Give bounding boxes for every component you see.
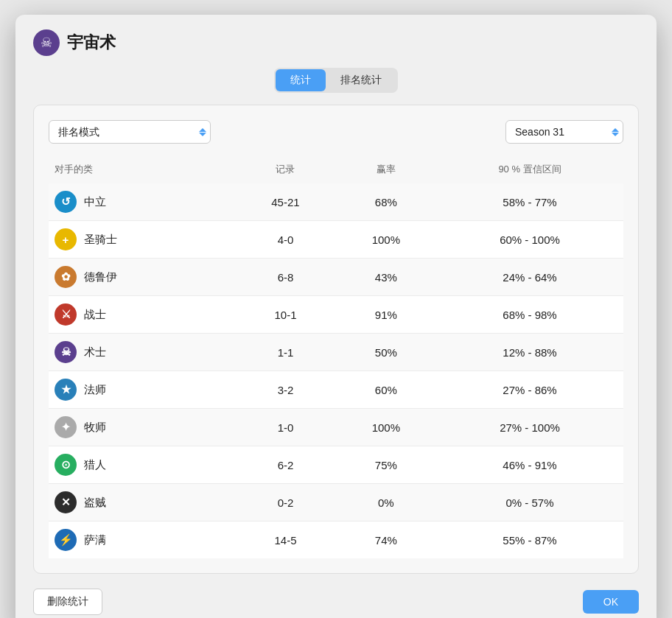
record-cell-7: 6-2: [235, 446, 335, 483]
tab-ranked-stats[interactable]: 排名统计: [326, 69, 396, 91]
class-name-0: 中立: [84, 195, 106, 209]
class-icon-0: ↺: [55, 191, 77, 213]
record-cell-2: 6-8: [235, 258, 335, 295]
class-icon-5: ★: [55, 379, 77, 401]
class-cell-1: + 圣骑士: [49, 220, 235, 258]
main-window: ☠ 宇宙术 统计 排名统计 排名模式 Season 31: [15, 15, 657, 618]
winrate-cell-6: 100%: [336, 408, 436, 446]
class-cell-9: ⚡ 萨满: [49, 521, 235, 558]
table-row: ⊙ 猎人 6-2 75% 46% - 91%: [49, 446, 623, 483]
title-bar: ☠ 宇宙术: [33, 29, 639, 56]
class-cell-5: ★ 法师: [49, 371, 235, 408]
class-name-4: 术士: [84, 345, 106, 359]
table-row: ↺ 中立 45-21 68% 58% - 77%: [49, 183, 623, 220]
record-cell-4: 1-1: [235, 333, 335, 371]
class-icon-7: ⊙: [55, 454, 77, 476]
class-cell-8: ✕ 盗贼: [49, 483, 235, 521]
record-cell-3: 10-1: [235, 295, 335, 333]
table-row: ✕ 盗贼 0-2 0% 0% - 57%: [49, 483, 623, 521]
confidence-cell-8: 0% - 57%: [436, 483, 623, 521]
class-cell-3: ⚔ 战士: [49, 295, 235, 333]
class-icon-9: ⚡: [55, 529, 77, 551]
class-name-2: 德鲁伊: [84, 270, 117, 284]
tab-stats[interactable]: 统计: [276, 69, 326, 91]
class-name-6: 牧师: [84, 421, 106, 435]
table-row: + 圣骑士 4-0 100% 60% - 100%: [49, 220, 623, 258]
class-icon-6: ✦: [55, 416, 77, 438]
mode-select[interactable]: 排名模式: [49, 120, 211, 144]
page-title: 宇宙术: [67, 32, 116, 54]
confidence-cell-2: 24% - 64%: [436, 258, 623, 295]
table-header-row: 对手的类 记录 赢率 90 % 置信区间: [49, 158, 623, 183]
app-icon: ☠: [33, 29, 60, 56]
class-name-3: 战士: [84, 308, 106, 322]
class-icon-8: ✕: [55, 491, 77, 513]
class-cell-6: ✦ 牧师: [49, 408, 235, 446]
class-cell-2: ✿ 德鲁伊: [49, 258, 235, 295]
winrate-cell-5: 60%: [336, 371, 436, 408]
ok-button[interactable]: OK: [583, 590, 639, 614]
winrate-cell-0: 68%: [336, 183, 436, 220]
class-name-1: 圣骑士: [84, 233, 117, 247]
class-icon-3: ⚔: [55, 303, 77, 326]
class-cell-7: ⊙ 猎人: [49, 446, 235, 483]
season-select-wrapper: Season 31: [505, 120, 623, 144]
class-name-8: 盗贼: [84, 496, 106, 510]
table-row: ★ 法师 3-2 60% 27% - 86%: [49, 371, 623, 408]
winrate-cell-2: 43%: [336, 258, 436, 295]
confidence-cell-5: 27% - 86%: [436, 371, 623, 408]
class-icon-4: ☠: [55, 341, 77, 363]
filters-row: 排名模式 Season 31: [49, 120, 623, 144]
winrate-cell-3: 91%: [336, 295, 436, 333]
class-name-5: 法师: [84, 383, 106, 397]
class-icon-1: +: [55, 228, 77, 250]
confidence-cell-4: 12% - 88%: [436, 333, 623, 371]
record-cell-8: 0-2: [235, 483, 335, 521]
col-record: 记录: [235, 158, 335, 183]
table-row: ☠ 术士 1-1 50% 12% - 88%: [49, 333, 623, 371]
winrate-cell-9: 74%: [336, 521, 436, 558]
class-name-7: 猎人: [84, 458, 106, 472]
class-name-9: 萨满: [84, 533, 106, 547]
footer: 删除统计 OK: [33, 589, 639, 615]
winrate-cell-8: 0%: [336, 483, 436, 521]
class-cell-4: ☠ 术士: [49, 333, 235, 371]
season-select[interactable]: Season 31: [505, 120, 623, 144]
record-cell-1: 4-0: [235, 220, 335, 258]
confidence-cell-6: 27% - 100%: [436, 408, 623, 446]
table-row: ⚡ 萨满 14-5 74% 55% - 87%: [49, 521, 623, 558]
class-cell-0: ↺ 中立: [49, 183, 235, 220]
col-winrate: 赢率: [336, 158, 436, 183]
table-row: ✦ 牧师 1-0 100% 27% - 100%: [49, 408, 623, 446]
tab-bar: 统计 排名统计: [33, 68, 639, 93]
confidence-cell-1: 60% - 100%: [436, 220, 623, 258]
class-icon-2: ✿: [55, 266, 77, 288]
winrate-cell-4: 50%: [336, 333, 436, 371]
record-cell-9: 14-5: [235, 521, 335, 558]
record-cell-5: 3-2: [235, 371, 335, 408]
winrate-cell-1: 100%: [336, 220, 436, 258]
confidence-cell-9: 55% - 87%: [436, 521, 623, 558]
record-cell-6: 1-0: [235, 408, 335, 446]
confidence-cell-0: 58% - 77%: [436, 183, 623, 220]
confidence-cell-7: 46% - 91%: [436, 446, 623, 483]
winrate-cell-7: 75%: [336, 446, 436, 483]
tab-group: 统计 排名统计: [274, 68, 398, 93]
col-confidence: 90 % 置信区间: [436, 158, 623, 183]
col-class: 对手的类: [49, 158, 235, 183]
delete-stats-button[interactable]: 删除统计: [33, 589, 102, 615]
stats-table: 对手的类 记录 赢率 90 % 置信区间 ↺ 中立 45-21 68% 58% …: [49, 158, 623, 558]
mode-select-wrapper: 排名模式: [49, 120, 211, 144]
table-row: ✿ 德鲁伊 6-8 43% 24% - 64%: [49, 258, 623, 295]
confidence-cell-3: 68% - 98%: [436, 295, 623, 333]
record-cell-0: 45-21: [235, 183, 335, 220]
table-row: ⚔ 战士 10-1 91% 68% - 98%: [49, 295, 623, 333]
content-area: 排名模式 Season 31 对手的类 记录 赢率: [33, 105, 639, 574]
